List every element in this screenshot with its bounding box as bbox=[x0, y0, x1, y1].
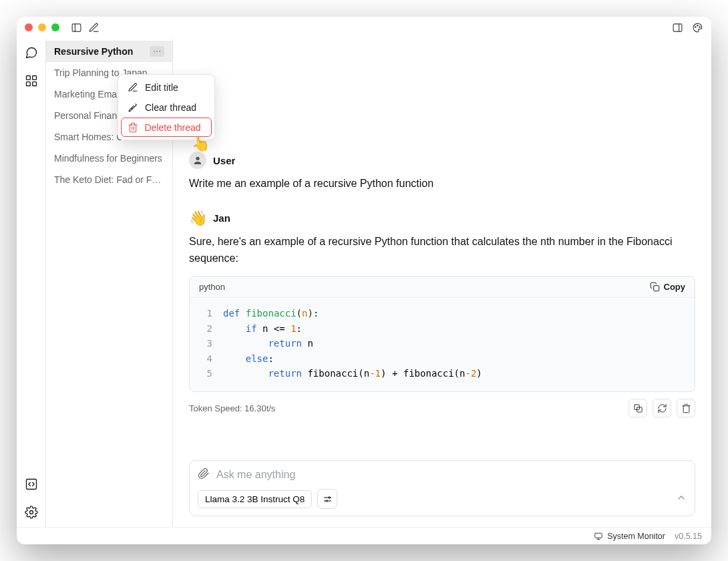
minimize-window[interactable] bbox=[38, 23, 46, 31]
code-content: 1def fibonacci(n): 2 if n <= 1: 3 return… bbox=[190, 298, 695, 391]
svg-point-2 bbox=[695, 26, 695, 27]
svg-point-12 bbox=[156, 51, 158, 52]
system-monitor-button[interactable]: System Monitor bbox=[594, 532, 665, 541]
thread-title: Mindfulness for Beginners bbox=[54, 153, 162, 164]
copy-label: Copy bbox=[664, 282, 686, 292]
svg-point-10 bbox=[29, 511, 33, 514]
apps-icon[interactable] bbox=[22, 71, 41, 90]
thread-list: Resursive Python Trip Planning to Japan … bbox=[46, 38, 173, 527]
version-label: v0.5.15 bbox=[675, 532, 702, 541]
svg-point-3 bbox=[697, 25, 697, 25]
app-window: Resursive Python Trip Planning to Japan … bbox=[17, 17, 711, 544]
status-bar: System Monitor v0.5.15 bbox=[17, 527, 711, 544]
main-layout: Resursive Python Trip Planning to Japan … bbox=[17, 38, 711, 527]
svg-point-4 bbox=[699, 26, 699, 27]
menu-delete-thread[interactable]: Delete thread bbox=[121, 118, 212, 137]
settings-icon[interactable] bbox=[22, 503, 41, 522]
token-speed: Token Speed: 16.30t/s bbox=[189, 403, 275, 413]
palette-icon[interactable] bbox=[691, 21, 703, 33]
svg-rect-6 bbox=[32, 76, 36, 80]
svg-rect-8 bbox=[32, 82, 36, 86]
svg-point-18 bbox=[329, 496, 331, 498]
thread-item[interactable]: Mindfulness for Beginners bbox=[46, 148, 172, 169]
user-text: Write me an example of a recursive Pytho… bbox=[189, 176, 695, 192]
svg-rect-7 bbox=[26, 82, 30, 86]
copy-code-button[interactable]: Copy bbox=[650, 282, 686, 292]
maximize-window[interactable] bbox=[51, 23, 59, 31]
code-block: python Copy 1def fibonacci(n): 2 if n <=… bbox=[189, 276, 695, 392]
toggle-sidebar-icon[interactable] bbox=[70, 21, 82, 33]
close-window[interactable] bbox=[25, 23, 33, 31]
chat-pane: User Write me an example of a recursive … bbox=[173, 38, 711, 527]
titlebar bbox=[17, 17, 711, 38]
thread-item[interactable]: Resursive Python bbox=[46, 41, 172, 62]
regenerate-icon[interactable] bbox=[653, 399, 671, 417]
assistant-message: 👋 Jan Sure, here's an example of a recur… bbox=[189, 210, 695, 418]
panel-right-icon[interactable] bbox=[671, 21, 683, 33]
svg-point-11 bbox=[154, 51, 155, 52]
system-monitor-label: System Monitor bbox=[607, 532, 665, 541]
thread-title: The Keto Diet: Fad or Fact? bbox=[54, 174, 164, 185]
menu-edit-label: Edit title bbox=[145, 82, 178, 93]
svg-rect-0 bbox=[72, 23, 81, 31]
model-selector[interactable]: Llama 3.2 3B Instruct Q8 bbox=[198, 490, 312, 508]
icon-bar bbox=[17, 38, 46, 527]
menu-edit-title[interactable]: Edit title bbox=[121, 77, 212, 98]
thread-title: Resursive Python bbox=[54, 46, 133, 57]
delete-message-icon[interactable] bbox=[677, 399, 695, 417]
code-icon[interactable] bbox=[22, 475, 41, 494]
traffic-lights bbox=[25, 23, 59, 31]
svg-point-14 bbox=[196, 157, 199, 160]
menu-clear-thread[interactable]: Clear thread bbox=[121, 98, 212, 118]
input-area: Llama 3.2 3B Instruct Q8 bbox=[173, 451, 711, 527]
menu-delete-label: Delete thread bbox=[145, 122, 201, 133]
prompt-input[interactable] bbox=[216, 469, 687, 481]
attachment-icon[interactable] bbox=[198, 467, 210, 482]
model-label: Llama 3.2 3B Instruct Q8 bbox=[205, 494, 305, 504]
chat-icon[interactable] bbox=[22, 43, 41, 62]
svg-rect-1 bbox=[673, 23, 682, 31]
user-name: User bbox=[213, 155, 235, 166]
message-actions bbox=[628, 399, 695, 417]
thread-item[interactable]: The Keto Diet: Fad or Fact? bbox=[46, 169, 172, 190]
assistant-avatar: 👋 bbox=[189, 210, 206, 227]
assistant-text: Sure, here's an example of a recursive P… bbox=[189, 234, 695, 267]
model-settings-icon[interactable] bbox=[317, 489, 337, 509]
user-avatar bbox=[189, 152, 206, 169]
assistant-name: Jan bbox=[213, 212, 230, 224]
new-thread-icon[interactable] bbox=[87, 21, 100, 33]
svg-point-13 bbox=[159, 51, 160, 52]
collapse-icon[interactable] bbox=[676, 492, 687, 506]
svg-rect-5 bbox=[26, 76, 30, 80]
message-list: User Write me an example of a recursive … bbox=[173, 38, 711, 451]
svg-point-19 bbox=[326, 500, 328, 502]
code-language: python bbox=[199, 282, 225, 292]
svg-rect-9 bbox=[26, 480, 36, 490]
svg-rect-20 bbox=[595, 533, 602, 538]
thread-more-icon[interactable] bbox=[150, 46, 164, 57]
copy-message-icon[interactable] bbox=[628, 399, 647, 417]
thread-context-menu: Edit title Clear thread Delete thread bbox=[118, 74, 215, 140]
svg-rect-15 bbox=[653, 286, 659, 291]
input-box: Llama 3.2 3B Instruct Q8 bbox=[189, 460, 695, 516]
menu-clear-label: Clear thread bbox=[145, 102, 196, 113]
user-message: User Write me an example of a recursive … bbox=[189, 152, 695, 192]
